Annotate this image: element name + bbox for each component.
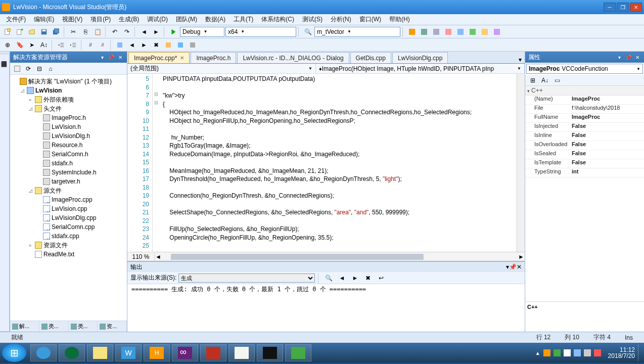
menu-0[interactable]: 文件(F)	[2, 14, 30, 25]
tray-network-icon[interactable]	[574, 349, 581, 356]
tab-close-icon[interactable]: ✕	[180, 55, 184, 61]
show-all-icon[interactable]: ⟳	[23, 64, 33, 73]
system-tray[interactable]: ▲ 11:122018/7/20	[535, 344, 642, 361]
doc-tab-0[interactable]: ImageProc.cpp*✕	[128, 52, 190, 63]
prop-row[interactable]: TypeStringint	[525, 168, 644, 177]
tree-node[interactable]: targetver.h	[11, 177, 126, 186]
home-icon[interactable]: ⌂	[45, 64, 56, 73]
tree-node[interactable]: LwVisionDlg.cpp	[11, 213, 126, 222]
tree-node[interactable]: 解决方案 "LwVision" (1 个项目)	[11, 77, 126, 86]
ext-icon-3[interactable]	[187, 40, 198, 50]
tree-node[interactable]: LwVision.h	[11, 122, 126, 131]
maximize-button[interactable]: ❐	[617, 3, 629, 12]
show-desktop-button[interactable]	[638, 344, 642, 361]
pane-close-icon[interactable]: ✕	[117, 54, 124, 61]
menu-12[interactable]: 窗口(W)	[355, 14, 385, 25]
tree-node[interactable]: ReadMe.txt	[11, 250, 126, 259]
menu-5[interactable]: 调试(D)	[143, 14, 172, 25]
tb-icon-2[interactable]	[419, 27, 430, 37]
prop-row[interactable]: IsTemplateFalse	[525, 159, 644, 168]
tree-node[interactable]: ▹资源文件	[11, 241, 126, 250]
task-ie[interactable]	[30, 344, 57, 361]
editor-scrollbar[interactable]	[517, 74, 525, 252]
solution-tree[interactable]: 解决方案 "LwVision" (1 个项目)◿LwVision▹外部依赖项◿头…	[10, 75, 127, 321]
code-editor[interactable]: 5678910111213141516171819202122232425 ⊟⊟…	[127, 74, 525, 252]
prop-row[interactable]: (Name)ImageProc	[525, 96, 644, 105]
task-wps[interactable]: W	[115, 344, 142, 361]
menu-10[interactable]: 测试(S)	[298, 14, 327, 25]
tray-clock[interactable]: 11:122018/7/20	[608, 347, 635, 359]
target-icon[interactable]: ⊕	[2, 40, 13, 50]
hscroll-thumb[interactable]	[171, 254, 424, 260]
doc-tab-2[interactable]: LwVision.rc - ID...N_DIALOG - Dialog	[237, 52, 349, 63]
config-combo[interactable]: Debug▼	[180, 27, 224, 37]
tray-show-hidden-icon[interactable]: ▲	[535, 350, 540, 356]
task-vs[interactable]: ∞	[172, 344, 198, 361]
sol-btab-1[interactable]: 类...	[39, 321, 69, 332]
prop-row[interactable]: FullNameImageProc	[525, 114, 644, 123]
task-app4[interactable]	[285, 344, 311, 361]
prop-row[interactable]: IsOverloadedFalse	[525, 141, 644, 150]
minimize-button[interactable]: ─	[604, 3, 616, 12]
close-button[interactable]: ✕	[630, 3, 642, 12]
task-app3[interactable]	[257, 344, 283, 361]
uncomment-icon[interactable]: //	[97, 40, 108, 50]
tree-node[interactable]: ◿头文件	[11, 104, 126, 113]
props-page-icon[interactable]: ▭	[551, 75, 563, 85]
bookmark-toggle-icon[interactable]	[114, 40, 125, 50]
menu-3[interactable]: 项目(P)	[86, 14, 115, 25]
find-combo[interactable]: m_tVector▼	[314, 27, 400, 37]
output-source-combo[interactable]: 生成	[178, 274, 315, 283]
menu-4[interactable]: 生成(B)	[115, 14, 143, 25]
prop-row[interactable]: IsInlineFalse	[525, 132, 644, 141]
tray-ime-icon[interactable]	[594, 349, 601, 356]
pane-dropdown-icon[interactable]: ▾	[99, 54, 106, 61]
tree-node[interactable]: ◿源文件	[11, 186, 126, 195]
bookmark-icon[interactable]: 🔖	[14, 40, 25, 50]
tree-node[interactable]: Resource.h	[11, 141, 126, 150]
doc-tab-4[interactable]: LwVisionDlg.cpp	[392, 52, 448, 63]
tree-node[interactable]: ▹外部依赖项	[11, 95, 126, 104]
indent-icon[interactable]	[68, 40, 79, 50]
ext-icon-1[interactable]	[163, 40, 174, 50]
menu-7[interactable]: 数据(A)	[201, 14, 229, 25]
cut-icon[interactable]: ✂	[68, 27, 79, 37]
paste-icon[interactable]: 📋	[92, 27, 103, 37]
start-debug-icon[interactable]	[168, 27, 179, 37]
tree-node[interactable]: LwVision.cpp	[11, 204, 126, 213]
bookmark-next-icon[interactable]: ►	[139, 40, 150, 50]
save-icon[interactable]	[38, 27, 50, 37]
open-icon[interactable]	[26, 27, 37, 37]
code-text[interactable]: PINPUTDATA pInputData,POUTPUTDATA pOutpu…	[160, 74, 517, 252]
prop-row[interactable]: Filef:\halconstudy\2018	[525, 105, 644, 114]
copy-icon[interactable]: ⎘	[80, 27, 91, 37]
hscroll-right[interactable]: ►	[518, 253, 525, 260]
tree-node[interactable]: stdafx.h	[11, 159, 126, 168]
property-grid[interactable]: ▾ C++ (Name)ImageProcFilef:\halconstudy\…	[525, 86, 644, 301]
output-next-icon[interactable]: ►	[349, 273, 360, 283]
find-icon[interactable]: 🔍	[302, 27, 313, 37]
menu-1[interactable]: 编辑(E)	[30, 14, 58, 25]
tree-node[interactable]: SerialComn.h	[11, 150, 126, 159]
collapse-icon[interactable]: ⊟	[34, 64, 44, 73]
output-find-icon[interactable]: 🔍	[323, 273, 334, 283]
undo-icon[interactable]: ↶	[109, 27, 120, 37]
menu-13[interactable]: 帮助(H)	[385, 14, 414, 25]
comment-icon[interactable]: //	[85, 40, 96, 50]
tree-node[interactable]: ImageProc.cpp	[11, 195, 126, 204]
prop-row[interactable]: IsSealedFalse	[525, 150, 644, 159]
doc-tab-1[interactable]: ImageProc.h	[191, 52, 236, 63]
props-close-icon[interactable]: ✕	[634, 54, 641, 61]
pointer-icon[interactable]: ➤	[26, 40, 37, 50]
sol-btab-0[interactable]: 解...	[10, 321, 39, 332]
tray-flag-icon[interactable]	[564, 349, 571, 356]
tb-icon-3[interactable]	[431, 27, 442, 37]
props-scope-combo[interactable]: ImageProcVCCodeFunction ▼	[526, 64, 643, 74]
props-pin-icon[interactable]: 📌	[625, 54, 632, 61]
tree-node[interactable]: ImageProc.h	[11, 113, 126, 122]
task-explorer[interactable]	[87, 344, 113, 361]
fold-margin[interactable]: ⊟⊟	[153, 74, 160, 252]
menu-2[interactable]: 视图(V)	[58, 14, 86, 25]
output-prev-icon[interactable]: ◄	[336, 273, 347, 283]
outdent-icon[interactable]	[56, 40, 67, 50]
